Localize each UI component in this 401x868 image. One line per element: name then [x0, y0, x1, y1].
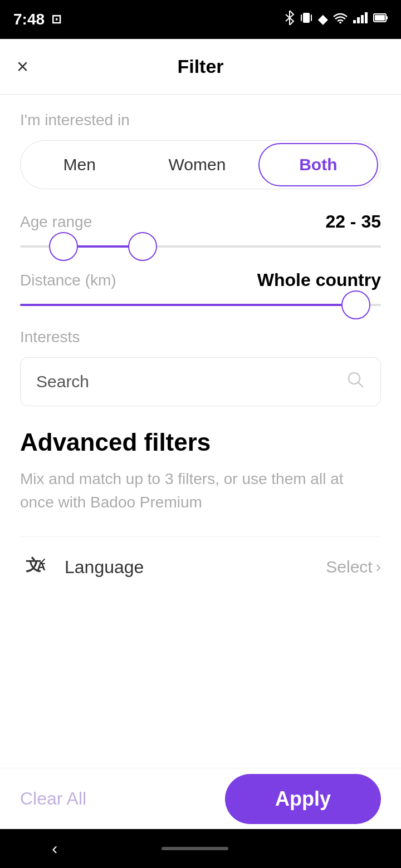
gender-option-women[interactable]: Women [138, 141, 256, 189]
advanced-filters-description: Mix and match up to 3 filters, or use th… [20, 467, 381, 514]
age-slider-thumb-min[interactable] [49, 232, 78, 261]
search-icon [346, 370, 365, 393]
svg-rect-6 [361, 15, 364, 23]
interested-in-section: I'm interested in Men Women Both [20, 111, 381, 189]
back-button[interactable]: ‹ [52, 839, 57, 858]
svg-rect-1 [301, 14, 302, 21]
time-display: 7:48 [13, 11, 45, 28]
age-range-label: Age range [20, 213, 92, 231]
svg-rect-0 [303, 13, 310, 23]
svg-rect-2 [311, 14, 312, 21]
interests-label: Interests [20, 328, 381, 346]
status-bar: 7:48 ⊡ ◆ [0, 0, 401, 39]
age-range-value: 22 - 35 [325, 211, 381, 232]
nav-bar: ‹ [0, 829, 401, 868]
age-range-slider[interactable] [20, 245, 381, 248]
battery-icon [373, 12, 388, 27]
svg-point-3 [339, 22, 341, 23]
chevron-right-icon: › [376, 558, 381, 576]
language-filter-row[interactable]: 文 A Language Select › [20, 536, 381, 597]
age-slider-thumb-max[interactable] [128, 232, 157, 261]
status-right: ◆ [285, 11, 388, 28]
distance-slider[interactable] [20, 304, 381, 306]
advanced-filters-section: Advanced filters Mix and match up to 3 f… [20, 428, 381, 597]
close-button[interactable]: × [17, 57, 28, 77]
wifi-icon [333, 12, 348, 27]
gender-option-men[interactable]: Men [21, 141, 138, 189]
bluetooth-icon [285, 11, 295, 28]
svg-rect-5 [357, 17, 360, 23]
header-title: Filter [177, 56, 223, 77]
advanced-filters-title: Advanced filters [20, 428, 381, 456]
filter-header: × Filter [0, 39, 401, 95]
home-indicator [162, 847, 228, 850]
svg-text:A: A [37, 559, 46, 573]
language-filter-action[interactable]: Select › [326, 558, 381, 576]
distance-section: Distance (km) Whole country [20, 270, 381, 306]
age-range-section: Age range 22 - 35 [20, 211, 381, 248]
clear-all-button[interactable]: Clear All [20, 777, 212, 821]
language-filter-label: Language [65, 557, 326, 578]
gender-selector: Men Women Both [20, 140, 381, 189]
filter-content: I'm interested in Men Women Both Age ran… [0, 95, 401, 736]
interests-section: Interests Search [20, 328, 381, 406]
signal-icon [353, 12, 368, 27]
svg-rect-10 [375, 15, 385, 21]
distance-value: Whole country [257, 270, 381, 290]
distance-slider-thumb[interactable] [341, 290, 370, 319]
interests-search-box[interactable]: Search [20, 357, 381, 406]
language-select-label: Select [326, 558, 372, 576]
svg-rect-9 [386, 16, 388, 19]
language-icon-wrap: 文 A [20, 550, 53, 584]
distance-label: Distance (km) [20, 272, 116, 289]
svg-rect-4 [353, 20, 356, 23]
age-range-row: Age range 22 - 35 [20, 211, 381, 232]
language-icon: 文 A [25, 553, 49, 582]
distance-slider-fill [20, 304, 356, 306]
bottom-bar: Clear All Apply [0, 768, 401, 829]
vibrate-icon [300, 11, 312, 28]
distance-row: Distance (km) Whole country [20, 270, 381, 290]
screenshot-icon: ⊡ [51, 12, 61, 27]
status-left: 7:48 ⊡ [13, 11, 61, 28]
svg-rect-7 [365, 12, 368, 23]
interested-in-label: I'm interested in [20, 111, 381, 129]
gender-option-both[interactable]: Both [258, 143, 378, 186]
apply-button[interactable]: Apply [225, 774, 381, 824]
interests-search-placeholder: Search [36, 372, 346, 391]
signal-boost-icon: ◆ [318, 12, 327, 27]
svg-line-12 [358, 382, 363, 387]
